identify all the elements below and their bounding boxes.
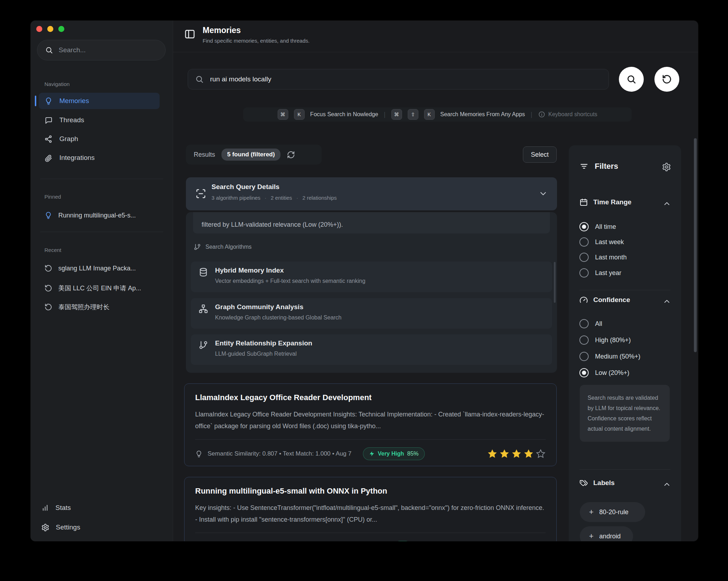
separator: |: [384, 111, 386, 118]
chevron-up-icon[interactable]: [663, 297, 671, 306]
memory-result-card[interactable]: Running multilingual-e5-small with ONNX …: [184, 477, 557, 542]
recent-item[interactable]: 泰国驾照办理时长: [39, 299, 165, 315]
share-nodes-icon: [44, 135, 53, 143]
recent-item[interactable]: sglang LLM Image Packa...: [39, 260, 165, 276]
algorithm-name: Hybrid Memory Index: [215, 267, 284, 274]
radio-last-month[interactable]: Last month: [579, 253, 627, 262]
sidebar-item-label: Memories: [59, 97, 89, 105]
memory-search-box[interactable]: [188, 69, 609, 90]
zap-icon: [369, 451, 375, 457]
filters-settings-icon[interactable]: [662, 162, 671, 172]
radio-last-week[interactable]: Last week: [579, 237, 624, 247]
lightbulb-icon: [44, 211, 52, 219]
gear-icon: [41, 523, 49, 532]
run-search-button[interactable]: [619, 67, 644, 92]
result-title: LlamaIndex Legacy Office Reader Developm…: [195, 393, 546, 402]
sidebar-item-graph[interactable]: Graph: [39, 131, 160, 147]
sidebar-item-memories[interactable]: Memories: [39, 93, 160, 109]
results-summary: Results 5 found (filtered): [186, 145, 322, 165]
confidence-info-box: Search results are validated by LLM for …: [580, 385, 670, 442]
result-snippet: LlamaIndex Legacy Office Reader Developm…: [195, 409, 546, 432]
scan-icon: [196, 188, 206, 199]
sidebar-search-input[interactable]: [58, 46, 157, 54]
sidebar-item-stats[interactable]: Stats: [36, 500, 164, 516]
page-subtitle: Find specific memories, entities, and th…: [203, 38, 310, 44]
time-range-section-header[interactable]: Time Range: [579, 198, 631, 206]
chevron-down-icon[interactable]: [539, 189, 548, 198]
algorithm-name: Graph Community Analysis: [215, 303, 303, 311]
star-filled-icon[interactable]: [524, 449, 534, 459]
filters-panel: Filters Time Range All time Last week La…: [569, 145, 681, 542]
radio-confidence-high[interactable]: High (80%+): [579, 335, 631, 345]
reset-search-button[interactable]: [654, 67, 679, 92]
separator: |: [531, 111, 532, 118]
rotate-ccw-icon: [662, 74, 672, 84]
sidebar-item-integrations[interactable]: Integrations: [39, 150, 160, 166]
zoom-window-button[interactable]: [58, 26, 64, 32]
recent-section-label: Recent: [44, 247, 61, 253]
algorithm-card-hybrid-memory-index[interactable]: Hybrid Memory Index Vector embeddings + …: [191, 262, 552, 292]
section-divider: [579, 469, 670, 470]
close-window-button[interactable]: [36, 26, 42, 32]
panel-scrollbar[interactable]: [554, 262, 556, 303]
search-query-details-card[interactable]: Search Query Details 3 algorithm pipelin…: [186, 177, 557, 210]
plus-icon: +: [589, 507, 594, 517]
radio-last-year[interactable]: Last year: [579, 268, 621, 278]
minimize-window-button[interactable]: [47, 26, 53, 32]
memory-search-input[interactable]: [209, 75, 601, 84]
search-icon: [195, 75, 204, 84]
card-divider: [195, 439, 546, 440]
star-rating[interactable]: [487, 449, 546, 459]
algorithm-description: LLM-guided SubGraph Retrieval: [215, 351, 296, 357]
algorithm-card-entity-relationship-expansion[interactable]: Entity Relationship Expansion LLM-guided…: [191, 334, 552, 365]
network-icon: [199, 304, 208, 313]
star-filled-icon[interactable]: [499, 449, 509, 459]
active-nav-indicator: [35, 96, 36, 106]
pinned-section-label: Pinned: [44, 194, 61, 200]
radio-confidence-low[interactable]: Low (20%+): [579, 368, 630, 377]
star-filled-icon[interactable]: [512, 449, 521, 459]
keyboard-shortcuts-link[interactable]: Keyboard shortcuts: [538, 111, 598, 118]
radio-icon: [579, 253, 589, 262]
main-scrollbar[interactable]: [694, 138, 697, 352]
memory-result-card[interactable]: LlamaIndex Legacy Office Reader Developm…: [184, 383, 557, 466]
label-chip-80-20-rule[interactable]: + 80-20-rule: [580, 502, 645, 522]
chevron-up-icon[interactable]: [663, 480, 671, 489]
app-window: Navigation Memories Threads Graph Integr…: [30, 20, 698, 542]
paperclip-icon: [44, 154, 53, 162]
refresh-icon[interactable]: [287, 151, 295, 159]
cmd-keycap: ⌘: [391, 109, 402, 120]
card-divider: [195, 533, 546, 533]
page-header: Memories Find specific memories, entitie…: [173, 21, 698, 52]
label-chip-android[interactable]: + android: [580, 526, 633, 542]
radio-icon: [579, 319, 589, 328]
sidebar-divider: [40, 179, 163, 179]
radio-all-time[interactable]: All time: [579, 222, 616, 231]
recent-item[interactable]: 美国 LLC 公司 EIN 申请 Ap...: [39, 280, 165, 296]
cmd-keycap: ⌘: [278, 109, 288, 120]
panel-left-icon[interactable]: [184, 28, 196, 40]
shortcut-label: Focus Search in Nowledge: [310, 111, 378, 118]
star-empty-icon[interactable]: [536, 449, 546, 459]
results-count-badge: 5 found (filtered): [221, 149, 280, 161]
labels-section-header[interactable]: Labels: [579, 479, 615, 487]
algorithm-description: Knowledge Graph clustering-based Global …: [215, 314, 342, 321]
sidebar-item-settings[interactable]: Settings: [36, 519, 164, 536]
radio-confidence-all[interactable]: All: [579, 319, 602, 328]
confidence-section-header[interactable]: Confidence: [579, 296, 630, 304]
pinned-item[interactable]: Running multilingual-e5-s...: [39, 208, 165, 223]
lightbulb-icon: [195, 450, 203, 458]
query-details-meta: 3 algorithm pipelines· 2 entities· 2 rel…: [212, 195, 337, 201]
chevron-up-icon[interactable]: [663, 199, 671, 208]
result-title: Running multilingual-e5-small with ONNX …: [195, 486, 546, 496]
select-button[interactable]: Select: [523, 146, 557, 163]
lightbulb-icon: [44, 97, 53, 105]
shortcut-label: Search Memories From Any Apps: [440, 111, 525, 118]
radio-icon: [579, 222, 589, 231]
algorithm-card-graph-community-analysis[interactable]: Graph Community Analysis Knowledge Graph…: [191, 298, 552, 329]
shift-keycap: ⇧: [408, 109, 418, 120]
sidebar-search-box[interactable]: [37, 40, 166, 60]
sidebar-item-threads[interactable]: Threads: [39, 112, 160, 128]
star-filled-icon[interactable]: [487, 449, 497, 459]
radio-confidence-medium[interactable]: Medium (50%+): [579, 352, 641, 361]
